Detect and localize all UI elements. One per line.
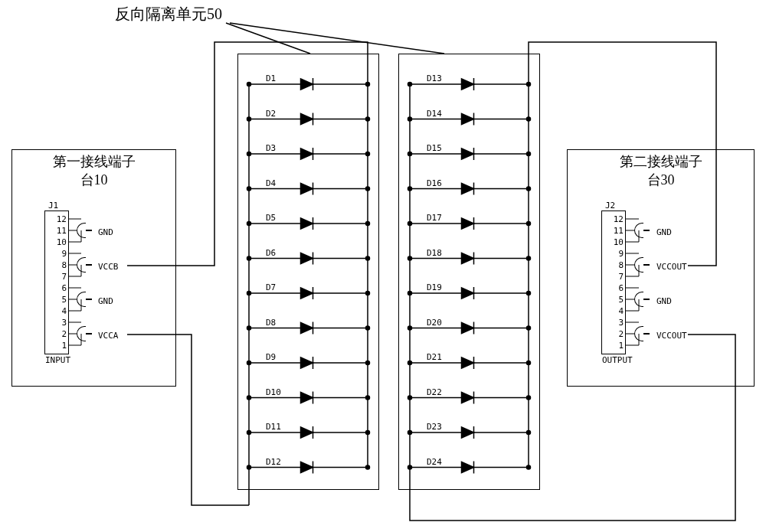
diode-label-D1: D1 — [266, 73, 276, 83]
block2-title-line1: 第二接线端子 — [568, 153, 754, 171]
diode-label-D6: D6 — [266, 248, 276, 258]
j2-pin-5: 5 — [614, 294, 624, 305]
j1-net-gnd2: GND — [98, 296, 113, 306]
diode-label-D18: D18 — [427, 248, 442, 258]
j1-pin-3: 3 — [57, 317, 67, 328]
j1-pin-6: 6 — [57, 282, 67, 294]
j2-pin-12: 12 — [614, 214, 624, 225]
j2-pin-6: 6 — [614, 282, 624, 294]
j1-pin-11: 11 — [57, 225, 67, 237]
j2-pin-10: 10 — [614, 237, 624, 248]
j1-pin-9: 9 — [57, 248, 67, 259]
j2-net-vccout2: VCCOUT — [656, 331, 687, 341]
diode-label-D11: D11 — [266, 422, 281, 432]
diode-label-D5: D5 — [266, 213, 276, 223]
diode-label-D7: D7 — [266, 282, 276, 292]
terminal-block-1: 第一接线端子 台10 — [11, 149, 176, 387]
j2-pin-1: 1 — [614, 340, 624, 351]
j1-net-vcca: VCCA — [98, 331, 119, 341]
j2-output-label: OUTPUT — [602, 355, 633, 365]
svg-line-0 — [226, 23, 310, 54]
diode-block-left — [237, 54, 379, 490]
diode-label-D16: D16 — [427, 178, 442, 188]
j2-pin-8: 8 — [614, 259, 624, 271]
j2-net-gnd1: GND — [656, 227, 672, 237]
diode-label-D20: D20 — [427, 318, 442, 328]
diode-label-D2: D2 — [266, 109, 276, 119]
j2-pin-4: 4 — [614, 305, 624, 317]
j1-pin-10: 10 — [57, 237, 67, 248]
j1-pin-12: 12 — [57, 214, 67, 225]
svg-line-1 — [230, 23, 444, 54]
j1-pin-4: 4 — [57, 305, 67, 317]
j2-pin-9: 9 — [614, 248, 624, 259]
diode-label-D23: D23 — [427, 422, 442, 432]
j2-pin-11: 11 — [614, 225, 624, 237]
diode-label-D19: D19 — [427, 282, 442, 292]
diode-block-right — [398, 54, 540, 490]
j1-input-label: INPUT — [45, 355, 70, 365]
block2-title-line2: 台30 — [568, 171, 754, 189]
diode-label-D14: D14 — [427, 109, 442, 119]
j1-designator: J1 — [48, 201, 58, 211]
j1-pin-5: 5 — [57, 294, 67, 305]
diode-label-D12: D12 — [266, 457, 281, 467]
diode-label-D10: D10 — [266, 387, 281, 397]
diode-label-D4: D4 — [266, 178, 276, 188]
block1-title-line2: 台10 — [12, 171, 175, 189]
diode-label-D13: D13 — [427, 73, 442, 83]
diode-label-D17: D17 — [427, 213, 442, 223]
diode-label-D9: D9 — [266, 352, 276, 362]
j1-pin-8: 8 — [57, 259, 67, 271]
diode-label-D3: D3 — [266, 143, 276, 153]
j2-net-gnd2: GND — [656, 296, 672, 306]
terminal-j2: J2 12 11 10 9 8 7 6 5 4 3 2 1 OUTPUT — [601, 211, 626, 354]
j2-pin-7: 7 — [614, 271, 624, 282]
j2-net-vccout1: VCCOUT — [656, 262, 687, 272]
j1-pins: 12 11 10 9 8 7 6 5 4 3 2 1 — [57, 214, 67, 351]
j2-pin-2: 2 — [614, 328, 624, 340]
diode-label-D8: D8 — [266, 318, 276, 328]
block1-title-line1: 第一接线端子 — [12, 153, 175, 171]
j1-pin-2: 2 — [57, 328, 67, 340]
j2-pin-3: 3 — [614, 317, 624, 328]
diode-label-D22: D22 — [427, 387, 442, 397]
j1-net-vccb: VCCB — [98, 262, 119, 272]
terminal-j1: J1 12 11 10 9 8 7 6 5 4 3 2 1 INPUT — [44, 211, 69, 354]
j1-net-gnd1: GND — [98, 227, 113, 237]
diode-label-D21: D21 — [427, 352, 442, 362]
j1-pin-7: 7 — [57, 271, 67, 282]
j2-pins: 12 11 10 9 8 7 6 5 4 3 2 1 — [614, 214, 624, 351]
diode-label-D15: D15 — [427, 143, 442, 153]
reverse-isolation-label: 反向隔离单元50 — [115, 4, 222, 24]
j1-pin-1: 1 — [57, 340, 67, 351]
diode-label-D24: D24 — [427, 457, 442, 467]
j2-designator: J2 — [605, 201, 615, 211]
